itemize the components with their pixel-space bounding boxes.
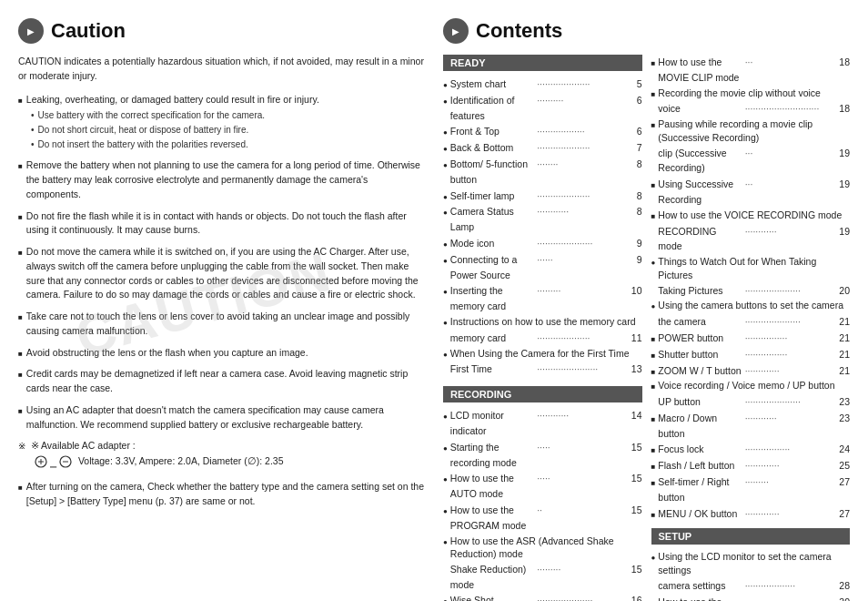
setup-list: ● Using the LCD monitor to set the camer…: [651, 550, 851, 601]
list-item: ● Using the camera buttons to set the ca…: [651, 299, 851, 313]
list-item: ■ Flash / Left button ············· 25: [651, 458, 851, 474]
bullet-6: Avoid obstructing the lens or the flash …: [18, 346, 425, 361]
contents-two-col: READY ● System chart ···················…: [443, 55, 850, 601]
list-item: ■ Pausing while recording a movie clip (…: [651, 117, 851, 144]
list-item: ● Shake Reduction) mode ········· 15: [443, 562, 642, 593]
list-item: ● Starting the recording mode ····· 15: [443, 440, 642, 471]
list-item: ■ UP button ····················· 23: [651, 394, 851, 410]
bullet-5: Take care not to touch the lens or lens …: [18, 310, 425, 339]
list-item: ■ voice ···························· 18: [651, 101, 851, 117]
list-item: ● How to use the AUTO mode ····· 15: [443, 471, 642, 502]
caution-title: Caution: [51, 19, 126, 43]
setup-section: SETUP ● Using the LCD monitor to set the…: [651, 528, 851, 601]
list-item: ● Taking Pictures ····················· …: [651, 283, 851, 299]
list-item: ● How to use the PROGRAM mode ·· 15: [443, 503, 642, 534]
list-item: ■ How to use the VOICE RECORDING mode: [651, 209, 851, 223]
list-item: ■ Macro / Down button ············ 23: [651, 411, 851, 442]
list-item: ● Front & Top ·················· 6: [443, 124, 642, 139]
list-item: ■ RECORDING mode ············ 19: [651, 224, 851, 255]
list-item: ● Identification of features ·········· …: [443, 93, 642, 124]
list-item: ● How to use the ASR (Advanced Shake Red…: [443, 535, 642, 561]
list-item: ● Self-timer lamp ···················· 8: [443, 188, 642, 204]
caution-arrow-icon: [18, 18, 44, 44]
list-item: ● the camera ····················· 21: [651, 314, 851, 330]
bullet-last: After turning on the camera, Check wheth…: [18, 480, 425, 509]
list-item: ● Connecting to a Power Source ······ 9: [443, 252, 642, 283]
list-item: ● System chart ···················· 5: [443, 76, 642, 92]
list-item: ■ Self-timer / Right button ········· 27: [651, 474, 851, 505]
list-item: ■ ZOOM W / T button ············· 21: [651, 363, 851, 379]
ready-list: ● System chart ···················· 5 ● …: [443, 76, 642, 377]
caution-header: Caution: [18, 18, 425, 44]
note-adapter: ※ ※ Available AC adapter : ⎯ Voltage: 3.…: [18, 439, 425, 473]
list-item: ● Camera Status Lamp ············ 8: [443, 204, 642, 235]
list-item: ● Bottom/ 5-function button ········ 8: [443, 157, 642, 188]
list-item: ■ Using Successive Recording ··· 19: [651, 177, 851, 208]
list-item: ● How to use the menu ················· …: [651, 595, 851, 601]
contents-col-left: READY ● System chart ···················…: [443, 55, 642, 601]
recording-label: RECORDING: [443, 386, 642, 402]
bullet-1-text: Leaking, overheating, or damaged battery…: [26, 93, 319, 107]
bullet-8: Using an AC adapter that doesn't match t…: [18, 403, 425, 433]
list-item: ■ Recording the movie clip without voice: [651, 87, 851, 101]
list-item: ● Inserting the memory card ········· 10: [443, 283, 642, 314]
list-item: ■ POWER button ················ 21: [651, 331, 851, 346]
ready-label: READY: [443, 55, 642, 71]
recording-list: ● LCD monitor indicator ············ 14 …: [443, 408, 642, 601]
ready-section: READY ● System chart ···················…: [443, 55, 642, 377]
contents-header: Contents: [443, 18, 850, 44]
list-item: ● Things to Watch Out for When Taking Pi…: [651, 255, 851, 281]
list-item: ■ MENU / OK button ············· 27: [651, 506, 851, 522]
bullet-3: Do not fire the flash while it is in con…: [18, 209, 425, 239]
caution-intro: CAUTION indicates a potentially hazardou…: [18, 55, 425, 84]
bullet-4: Do not move the camera while it is switc…: [18, 245, 425, 302]
list-item: ■ Shutter button ················ 21: [651, 347, 851, 362]
bullet-1-subs: Use battery with the correct specificati…: [31, 108, 425, 151]
list-item: ● LCD monitor indicator ············ 14: [443, 408, 642, 439]
list-item: ● Back & Bottom ···················· 7: [443, 140, 642, 156]
contents-title: Contents: [476, 19, 562, 43]
bullet-7: Credit cards may be demagnetized if left…: [18, 367, 425, 396]
list-item: ● Using the LCD monitor to set the camer…: [651, 550, 851, 576]
setup-label: SETUP: [651, 528, 851, 545]
list-item: ● camera settings ··················· 28: [651, 578, 851, 594]
list-item: ● memory card ···················· 11: [443, 331, 642, 346]
right-col-list: ■ How to use the MOVIE CLIP mode ··· 18 …: [651, 55, 851, 521]
list-item: ■ clip (Successive Recording) ··· 19: [651, 146, 851, 177]
list-item: ● Instructions on how to use the memory …: [443, 315, 642, 330]
list-item: ■ Focus lock ················· 24: [651, 442, 851, 457]
list-item: ● Wise Shot ····················· 16: [443, 593, 642, 601]
list-item: ● Mode icon ····················· 9: [443, 236, 642, 251]
contents-col-right: ■ How to use the MOVIE CLIP mode ··· 18 …: [651, 55, 851, 601]
list-item: ● When Using the Camera for the First Ti…: [443, 347, 642, 362]
bullet-2: Remove the battery when not planning to …: [18, 158, 425, 201]
list-item: ■ Voice recording / Voice memo / UP butt…: [651, 379, 851, 393]
contents-arrow-icon: [443, 18, 469, 44]
list-item: ■ How to use the MOVIE CLIP mode ··· 18: [651, 55, 851, 86]
list-item: ● First Time ······················· 13: [443, 362, 642, 377]
recording-section: RECORDING ● LCD monitor indicator ······…: [443, 386, 642, 601]
bullet-1: Leaking, overheating, or damaged battery…: [18, 93, 425, 152]
